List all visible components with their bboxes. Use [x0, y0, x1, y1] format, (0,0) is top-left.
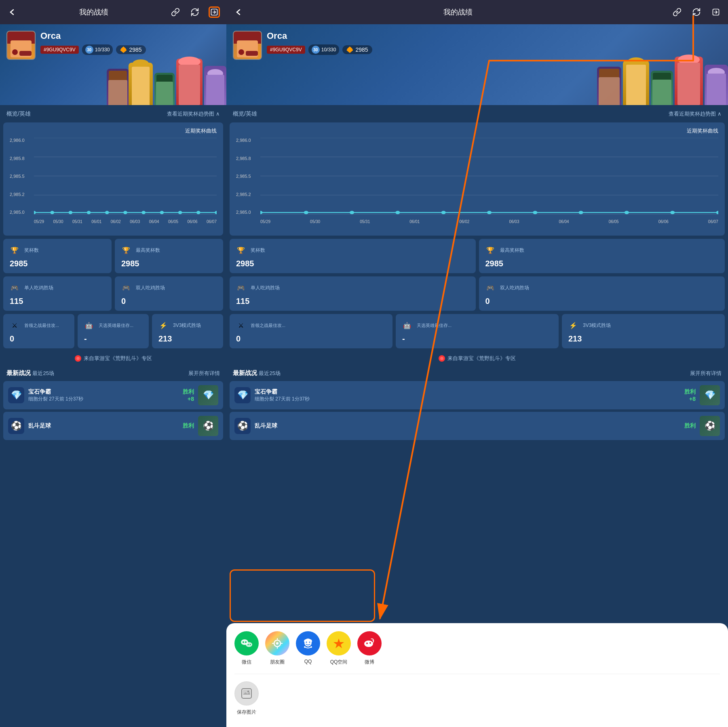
share-save-row: 保存图片	[234, 678, 720, 719]
left-battle-row-0[interactable]: 💎 宝石争霸 细胞分裂 27天前 1分37秒 胜利 +8 💎	[3, 381, 223, 409]
right-hero-name: Orca	[267, 31, 372, 41]
right-chart-link[interactable]: 查看近期奖杯趋势图 ∧	[669, 110, 722, 118]
battle-score-0: +8	[183, 396, 194, 402]
r-latest-sub-text: 最近25场	[259, 370, 280, 376]
svg-point-38	[248, 644, 249, 645]
svg-point-49	[304, 646, 306, 648]
hero-icon: 🤖	[82, 319, 95, 332]
share-item-qq[interactable]: QQ	[296, 631, 320, 666]
weibo-icon[interactable]	[357, 631, 382, 655]
qqzone-label: QQ空间	[330, 659, 348, 666]
left-topbar: 我的战绩	[0, 0, 226, 24]
stat-solo-value: 115	[8, 297, 107, 306]
right-back-button[interactable]	[233, 6, 244, 18]
r-battle-mode-icon-0: 💎	[234, 387, 251, 403]
left-share-icon[interactable]	[209, 6, 220, 18]
share-item-moments[interactable]: 朋友圈	[265, 631, 289, 666]
share-save-item[interactable]: 保存图片	[234, 681, 259, 716]
stat-max-label: 最高奖杯数	[136, 247, 218, 254]
right-expand-link[interactable]: 展开所有详情	[690, 370, 722, 377]
left-expand-link[interactable]: 展开所有详情	[188, 370, 220, 377]
qq-label: QQ	[304, 659, 312, 664]
left-back-button[interactable]	[6, 6, 18, 18]
right-topbar-icons	[671, 6, 722, 18]
svg-point-50	[310, 646, 312, 648]
wechat-icon[interactable]	[234, 631, 259, 655]
save-icon[interactable]	[234, 681, 259, 706]
moments-icon[interactable]	[265, 631, 289, 655]
r-stat-duo-value: 0	[484, 297, 720, 306]
r-stat-hero-header: 🤖 天选英雄最佳存...	[401, 319, 554, 332]
left-refresh-icon[interactable]	[189, 6, 200, 18]
svg-point-8	[69, 211, 73, 214]
rx-2: 05/31	[360, 219, 370, 224]
rx-6: 06/04	[559, 219, 569, 224]
svg-point-10	[105, 211, 109, 214]
left-hero-tags: #9GU9QVC9V 30 10/330 2985	[40, 44, 146, 55]
left-latest-titles: 最新战况 最近25场	[6, 369, 54, 377]
solo-icon: 🎮	[8, 281, 21, 294]
stat-trophies-value: 2985	[8, 259, 107, 268]
rx-4: 06/02	[459, 219, 469, 224]
gem-icon	[120, 46, 127, 53]
svg-point-24	[304, 211, 308, 214]
right-source-tag: 来自掌游宝《荒野乱斗》专区	[226, 352, 728, 365]
left-panel: 我的战绩	[0, 0, 226, 727]
left-scroll-area[interactable]: 概览/英雄 查看近期奖杯趋势图 ∧ 近期奖杯曲线 2,986.0 2,985.8…	[0, 105, 226, 727]
avatar-face	[7, 32, 35, 59]
share-item-qqzone[interactable]: QQ空间	[327, 631, 351, 666]
left-stat-3v3: ⚡ 3V3模式胜场 213	[152, 314, 223, 348]
wechat-label: 微信	[242, 659, 251, 666]
right-hero-tags: #9GU9QVC9V 30 10/330 2985	[267, 44, 372, 55]
y-label-3: 2,985.2	[10, 192, 32, 197]
r-battle-info-1: 乱斗足球	[255, 422, 680, 430]
stat-solo-label: 单人吃鸡胜场	[24, 284, 107, 291]
stat-boss-value: 0	[8, 334, 70, 343]
right-title: 我的战绩	[443, 7, 473, 17]
right-refresh-icon[interactable]	[691, 6, 702, 18]
qq-icon[interactable]	[296, 631, 320, 655]
svg-point-14	[178, 211, 182, 214]
left-stats-grid-2: 🏆 奖杯数 2985 🏆 最高奖杯数 2985 🎮 单人吃鸡胜场 115	[3, 239, 223, 311]
right-link-icon[interactable]	[671, 6, 683, 18]
right-stat-trophies: 🏆 奖杯数 2985	[230, 239, 476, 273]
left-chart-link[interactable]: 查看近期奖杯趋势图 ∧	[167, 110, 220, 118]
left-chart-area: 2,986.0 2,985.8 2,985.5 2,985.2 2,985.0	[10, 138, 217, 227]
right-panel: 我的战绩	[226, 0, 728, 727]
right-trophy-count: 2985	[355, 46, 368, 53]
ry-2: 2,985.5	[236, 174, 258, 179]
x-5: 06/03	[130, 219, 140, 224]
left-title: 我的战绩	[79, 7, 108, 17]
bottom-spacer	[226, 443, 728, 604]
left-link-icon[interactable]	[170, 6, 181, 18]
right-tag-trophies: 2985	[342, 45, 372, 54]
svg-point-48	[309, 642, 310, 643]
left-stats-grid-3: ⚔ 首领之战最佳攻... 0 🤖 天选英雄最佳存... - ⚡ 3V3模式胜场 …	[3, 314, 223, 348]
svg-point-9	[87, 211, 91, 214]
r-stat-boss-header: ⚔ 首领之战最佳攻...	[234, 319, 388, 332]
r-battle-img-0: 💎	[700, 385, 720, 405]
svg-point-28	[487, 211, 492, 214]
right-battle-row-0[interactable]: 💎 宝石争霸 细胞分裂 27天前 1分37秒 胜利 +8 💎	[230, 381, 725, 409]
x-8: 06/06	[188, 219, 198, 224]
r-stat-trophies-value: 2985	[234, 259, 471, 268]
svg-point-27	[441, 211, 446, 214]
svg-point-52	[364, 641, 373, 647]
right-chart-container: 近期奖杯曲线 2,986.0 2,985.8 2,985.5 2,985.2 2…	[230, 122, 725, 236]
rx-0: 05/29	[260, 219, 270, 224]
battle-result-1: 胜利	[183, 422, 194, 430]
r-source-dot	[439, 355, 445, 362]
svg-point-23	[260, 211, 263, 214]
right-share-icon[interactable]	[710, 6, 722, 18]
stat-boss-header: ⚔ 首领之战最佳攻...	[8, 319, 70, 332]
qqzone-icon[interactable]	[327, 631, 351, 655]
battle-mode-icon-0: 💎	[8, 387, 24, 403]
r-battle-detail-0: 细胞分裂 27天前 1分37秒	[255, 396, 680, 402]
right-avatar	[233, 31, 262, 60]
left-hero-info: Orca #9GU9QVC9V 30 10/330 2985	[40, 31, 146, 55]
share-item-wechat[interactable]: 微信	[234, 631, 259, 666]
rx-1: 05/30	[310, 219, 320, 224]
right-battle-row-1[interactable]: ⚽ 乱斗足球 胜利 ⚽	[230, 412, 725, 440]
left-battle-row-1[interactable]: ⚽ 乱斗足球 胜利 ⚽	[3, 412, 223, 440]
share-item-weibo[interactable]: 微博	[357, 631, 382, 666]
